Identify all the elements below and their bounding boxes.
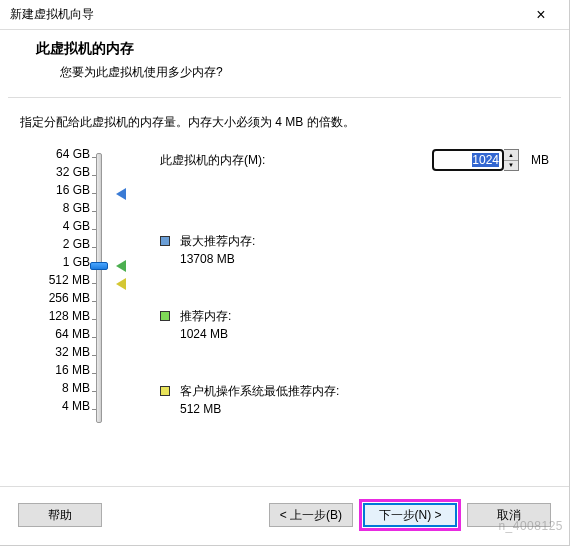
scale-label: 8 GB [20, 199, 90, 217]
scale-label: 64 GB [20, 145, 90, 163]
max-recommended-row: 最大推荐内存: 13708 MB [160, 233, 549, 266]
page-subheading: 您要为此虚拟机使用多少内存? [36, 64, 551, 81]
recommended-label: 推荐内存: [180, 308, 231, 325]
rec-color-icon [160, 311, 170, 321]
scale-label: 256 MB [20, 289, 90, 307]
recommended-value: 1024 MB [180, 327, 231, 341]
instruction-text: 指定分配给此虚拟机的内存量。内存大小必须为 4 MB 的倍数。 [20, 114, 549, 131]
memory-label: 此虚拟机的内存(M): [160, 152, 426, 169]
next-button[interactable]: 下一步(N) > [363, 503, 457, 527]
page-heading: 此虚拟机的内存 [36, 40, 551, 58]
memory-slider-thumb[interactable] [90, 262, 108, 270]
max-color-icon [160, 236, 170, 246]
max-recommended-value: 13708 MB [180, 252, 255, 266]
scale-label: 2 GB [20, 235, 90, 253]
scale-label: 16 GB [20, 181, 90, 199]
memory-unit: MB [531, 153, 549, 167]
spin-up-icon[interactable]: ▲ [504, 150, 518, 161]
scale-label: 32 MB [20, 343, 90, 361]
close-icon[interactable]: × [521, 6, 561, 24]
scale-label: 1 GB [20, 253, 90, 271]
cancel-button[interactable]: 取消 [467, 503, 551, 527]
min-recommended-row: 客户机操作系统最低推荐内存: 512 MB [160, 383, 549, 416]
memory-slider-track[interactable] [96, 153, 102, 423]
max-recommended-label: 最大推荐内存: [180, 233, 255, 250]
min-color-icon [160, 386, 170, 396]
memory-spinbox[interactable]: ▲ ▼ [432, 149, 519, 171]
scale-label: 4 GB [20, 217, 90, 235]
min-recommended-value: 512 MB [180, 402, 339, 416]
min-recommended-label: 客户机操作系统最低推荐内存: [180, 383, 339, 400]
scale-label: 512 MB [20, 271, 90, 289]
memory-input[interactable] [432, 149, 504, 171]
scale-label: 64 MB [20, 325, 90, 343]
scale-label: 128 MB [20, 307, 90, 325]
scale-label: 8 MB [20, 379, 90, 397]
window-title: 新建虚拟机向导 [10, 6, 521, 23]
scale-label: 16 MB [20, 361, 90, 379]
next-button-highlight: 下一步(N) > [359, 499, 461, 531]
back-button[interactable]: < 上一步(B) [269, 503, 353, 527]
scale-label: 32 GB [20, 163, 90, 181]
scale-label: 4 MB [20, 397, 90, 415]
spin-down-icon[interactable]: ▼ [504, 161, 518, 171]
help-button[interactable]: 帮助 [18, 503, 102, 527]
recommended-row: 推荐内存: 1024 MB [160, 308, 549, 341]
